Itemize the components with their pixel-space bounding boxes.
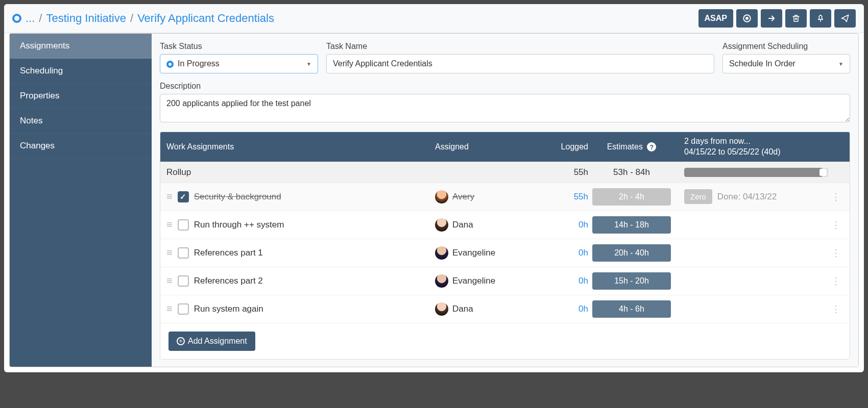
- col-header-timeline: 2 days from now... 04/15/22 to 05/25/22 …: [675, 136, 828, 158]
- timeline-range: 04/15/22 to 05/25/22 (40d): [684, 147, 828, 158]
- assignment-name[interactable]: References part 1: [194, 248, 263, 258]
- assignment-row: References part 1 Evangeline 0h 20h - 40…: [160, 239, 850, 267]
- record-button[interactable]: [736, 9, 758, 28]
- assignee-name[interactable]: Evangeline: [452, 248, 495, 258]
- row-menu-icon[interactable]: ⋮: [828, 247, 843, 259]
- logged-hours[interactable]: 55h: [537, 192, 588, 202]
- assignment-row: Security & background Avery 55h 2h - 4h …: [160, 183, 850, 211]
- zero-pill[interactable]: Zero: [684, 189, 712, 204]
- col-header-estimates: Estimates ?: [588, 142, 675, 152]
- assignment-name[interactable]: Security & background: [194, 192, 281, 202]
- logged-hours[interactable]: 0h: [537, 220, 588, 230]
- avatar: [435, 302, 448, 316]
- row-menu-icon[interactable]: ⋮: [828, 219, 843, 231]
- main-panel: Task Status In Progress ▼ Task Name Assi…: [152, 34, 858, 367]
- sidebar-item-assignments[interactable]: Assignments: [10, 34, 152, 59]
- select-scheduling[interactable]: Schedule In Order ▼: [722, 54, 850, 73]
- complete-checkbox[interactable]: [178, 247, 189, 259]
- assignment-name[interactable]: Run through ++ system: [194, 220, 284, 230]
- send-button[interactable]: [834, 9, 856, 28]
- avatar: [435, 190, 448, 203]
- assignment-row: Run system again Dana 0h 4h - 6h ⋮: [160, 295, 850, 323]
- paper-plane-icon: [840, 14, 850, 23]
- drag-handle-icon[interactable]: [166, 306, 173, 312]
- breadcrumb-ellipsis[interactable]: ...: [26, 12, 35, 25]
- estimate-pill[interactable]: 15h - 20h: [592, 272, 671, 290]
- textarea-description[interactable]: 200 applicants applied for the test pane…: [160, 94, 850, 122]
- delete-button[interactable]: [785, 9, 807, 28]
- pin-icon: [816, 14, 825, 23]
- sidebar-item-properties[interactable]: Properties: [10, 84, 152, 109]
- label-task-status: Task Status: [160, 42, 318, 51]
- assignee-name[interactable]: Dana: [452, 220, 473, 230]
- estimate-pill[interactable]: 2h - 4h: [592, 188, 671, 206]
- complete-checkbox[interactable]: [178, 191, 189, 202]
- add-assignment-label: Add Assignment: [188, 337, 247, 346]
- drag-handle-icon[interactable]: [166, 250, 173, 256]
- label-task-name: Task Name: [326, 42, 714, 51]
- rollup-logged: 55h: [537, 167, 588, 177]
- app-window: ... / Testing Initiative / Verify Applic…: [4, 4, 864, 372]
- logged-hours[interactable]: 0h: [537, 276, 588, 286]
- logged-hours[interactable]: 0h: [537, 248, 588, 258]
- field-description: Description 200 applicants applied for t…: [160, 82, 850, 122]
- plus-circle-icon: +: [177, 337, 185, 345]
- logged-hours[interactable]: 0h: [537, 304, 588, 314]
- done-date: Done: 04/13/22: [717, 192, 777, 202]
- assignment-row: References part 2 Evangeline 0h 15h - 20…: [160, 267, 850, 295]
- forward-button[interactable]: [761, 9, 782, 28]
- svg-point-1: [745, 17, 749, 20]
- row-menu-icon[interactable]: ⋮: [828, 275, 843, 287]
- trash-icon: [791, 14, 801, 23]
- rollup-bar[interactable]: [684, 168, 828, 177]
- row-menu-icon[interactable]: ⋮: [828, 303, 843, 315]
- avatar: [435, 246, 448, 260]
- assignee-name[interactable]: Dana: [452, 304, 473, 314]
- breadcrumb-parent[interactable]: Testing Initiative: [46, 12, 126, 25]
- row-menu-icon[interactable]: ⋮: [828, 191, 843, 202]
- drag-handle-icon[interactable]: [166, 278, 173, 284]
- col-header-logged: Logged: [537, 142, 588, 151]
- rollup-estimate: 53h - 84h: [588, 167, 675, 177]
- estimate-pill[interactable]: 20h - 40h: [592, 244, 671, 262]
- sidebar-item-notes[interactable]: Notes: [10, 109, 152, 134]
- assignment-row: Run through ++ system Dana 0h 14h - 18h …: [160, 211, 850, 239]
- complete-checkbox[interactable]: [178, 275, 189, 287]
- assignment-name[interactable]: Run system again: [194, 304, 263, 314]
- drag-handle-icon[interactable]: [166, 222, 173, 227]
- assignee-name[interactable]: Avery: [452, 192, 474, 202]
- record-icon: [742, 14, 752, 23]
- pin-button[interactable]: [810, 9, 831, 28]
- breadcrumb-current[interactable]: Verify Applicant Credentials: [137, 12, 274, 25]
- assignee-name[interactable]: Evangeline: [452, 276, 495, 286]
- add-assignment-row: + Add Assignment: [160, 323, 850, 359]
- help-icon[interactable]: ?: [647, 142, 656, 151]
- estimate-pill[interactable]: 14h - 18h: [592, 216, 671, 234]
- col-header-work: Work Assignments: [166, 142, 435, 151]
- timeline-relative: 2 days from now...: [684, 136, 828, 147]
- field-row-top: Task Status In Progress ▼ Task Name Assi…: [160, 42, 850, 73]
- sidebar: Assignments Scheduling Properties Notes …: [10, 34, 152, 367]
- breadcrumb-separator: /: [39, 12, 42, 25]
- sidebar-item-scheduling[interactable]: Scheduling: [10, 59, 152, 84]
- avatar: [435, 274, 448, 288]
- status-indicator-icon: [166, 61, 174, 68]
- chevron-down-icon: ▼: [838, 61, 843, 67]
- complete-checkbox[interactable]: [178, 219, 189, 231]
- status-ring-icon: [12, 14, 21, 23]
- asap-button[interactable]: ASAP: [698, 9, 733, 28]
- add-assignment-button[interactable]: + Add Assignment: [168, 332, 255, 351]
- estimate-pill[interactable]: 4h - 6h: [592, 300, 671, 318]
- select-task-status[interactable]: In Progress ▼: [160, 54, 318, 73]
- toolbar-buttons: ASAP: [698, 9, 856, 28]
- body-area: Assignments Scheduling Properties Notes …: [9, 33, 859, 367]
- complete-checkbox[interactable]: [178, 303, 189, 315]
- drag-handle-icon[interactable]: [166, 194, 173, 199]
- topbar: ... / Testing Initiative / Verify Applic…: [4, 4, 864, 33]
- assignments-table: Work Assignments Assigned Logged Estimat…: [160, 132, 850, 360]
- input-task-name[interactable]: [326, 54, 714, 73]
- assignment-name[interactable]: References part 2: [194, 276, 263, 286]
- field-task-status: Task Status In Progress ▼: [160, 42, 318, 73]
- sidebar-item-changes[interactable]: Changes: [10, 134, 152, 159]
- label-scheduling: Assignment Scheduling: [722, 42, 850, 51]
